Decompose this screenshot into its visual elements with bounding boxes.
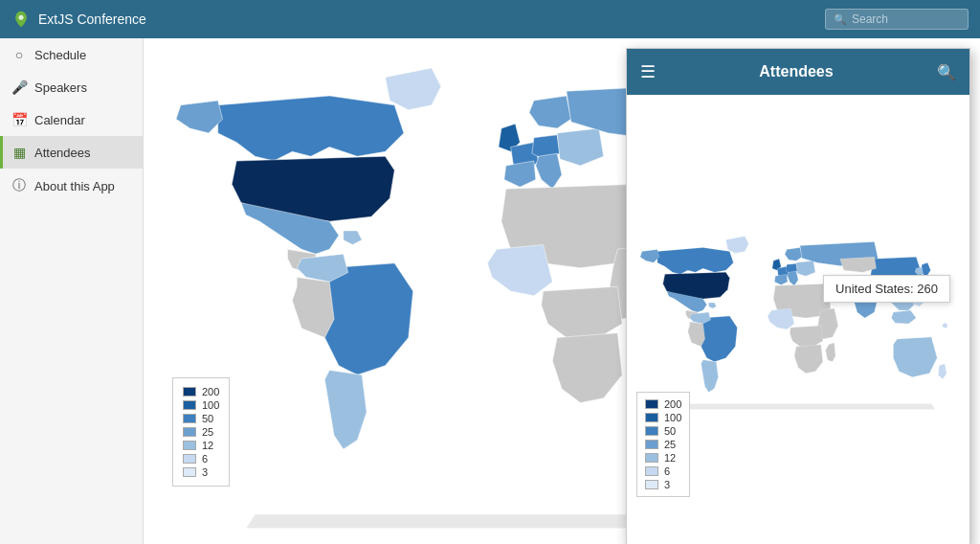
mobile-legend-100: 100 <box>645 412 681 423</box>
mobile-panel-title: Attendees <box>656 63 937 80</box>
legend-color-25 <box>183 427 196 437</box>
legend-value-25: 25 <box>202 426 213 438</box>
grid-icon: ▦ <box>11 145 27 160</box>
legend-color-12 <box>183 441 196 450</box>
mobile-legend-200: 200 <box>645 398 681 410</box>
mobile-legend-val-50: 50 <box>664 425 676 437</box>
mobile-legend-val-25: 25 <box>664 439 676 450</box>
legend-item-12: 12 <box>183 440 219 451</box>
sidebar-label-schedule: Schedule <box>34 48 86 62</box>
search-icon: 🔍 <box>834 13 847 26</box>
mobile-panel: ☰ Attendees 🔍 <box>626 48 970 544</box>
legend-value-200: 200 <box>202 386 219 397</box>
sidebar-label-attendees: Attendees <box>34 146 91 160</box>
sidebar-item-speakers[interactable]: 🎤 Speakers <box>0 71 143 103</box>
legend-item-6: 6 <box>183 453 219 465</box>
svg-point-0 <box>19 15 24 20</box>
app-logo-icon <box>11 10 31 29</box>
app-title: ExtJS Conference <box>38 11 817 27</box>
map-legend: 200 100 50 25 12 <box>172 377 230 487</box>
legend-item-100: 100 <box>183 399 219 411</box>
legend-color-6 <box>183 454 196 464</box>
mobile-legend-val-100: 100 <box>664 412 681 423</box>
sidebar-label-about: About this App <box>34 179 115 193</box>
legend-color-3 <box>183 467 196 477</box>
sidebar-item-attendees[interactable]: ▦ Attendees <box>0 136 143 169</box>
mobile-legend-val-200: 200 <box>664 398 681 410</box>
sidebar-item-schedule[interactable]: ○ Schedule <box>0 38 143 71</box>
mic-icon: 🎤 <box>11 79 27 95</box>
mobile-map-legend: 200 100 50 25 <box>636 392 690 497</box>
mobile-search-icon[interactable]: 🔍 <box>937 63 956 81</box>
country-tooltip: United States: 260 <box>823 275 950 303</box>
legend-item-3: 3 <box>183 466 219 478</box>
info-icon: ⓘ <box>11 177 27 194</box>
top-header: ExtJS Conference 🔍 <box>0 0 980 38</box>
mobile-legend-val-3: 3 <box>664 479 670 490</box>
search-bar[interactable]: 🔍 <box>825 9 969 30</box>
content-area: 200 100 50 25 12 <box>144 38 980 544</box>
clock-icon: ○ <box>11 47 27 62</box>
mobile-legend-3: 3 <box>645 479 681 490</box>
legend-value-3: 3 <box>202 466 208 478</box>
legend-value-12: 12 <box>202 440 213 451</box>
mobile-legend-50: 50 <box>645 425 681 437</box>
sidebar-item-about[interactable]: ⓘ About this App <box>0 169 143 203</box>
mobile-legend-25: 25 <box>645 439 681 450</box>
mobile-legend-val-6: 6 <box>664 465 670 477</box>
sidebar-label-speakers: Speakers <box>34 80 87 95</box>
sidebar-item-calendar[interactable]: 📅 Calendar <box>0 103 143 136</box>
legend-item-50: 50 <box>183 413 219 424</box>
main-layout: ○ Schedule 🎤 Speakers 📅 Calendar ▦ Atten… <box>0 38 980 544</box>
mobile-menu-icon[interactable]: ☰ <box>640 61 656 82</box>
mobile-header: ☰ Attendees 🔍 <box>627 49 969 95</box>
legend-item-200: 200 <box>183 386 219 397</box>
mobile-map-container: 200 100 50 25 <box>627 95 969 544</box>
legend-value-6: 6 <box>202 453 208 465</box>
legend-value-100: 100 <box>202 399 219 411</box>
mobile-legend-6: 6 <box>645 465 681 477</box>
mobile-legend-12: 12 <box>645 452 681 464</box>
tooltip-text: United States: 260 <box>835 282 938 296</box>
legend-value-50: 50 <box>202 413 213 424</box>
legend-item-25: 25 <box>183 426 219 438</box>
legend-color-50 <box>183 414 196 423</box>
mobile-legend-val-12: 12 <box>664 452 676 464</box>
sidebar-label-calendar: Calendar <box>34 113 85 127</box>
calendar-icon: 📅 <box>11 112 27 127</box>
legend-color-100 <box>183 400 196 410</box>
sidebar: ○ Schedule 🎤 Speakers 📅 Calendar ▦ Atten… <box>0 38 144 544</box>
legend-color-200 <box>183 387 196 397</box>
search-input[interactable] <box>852 12 960 26</box>
